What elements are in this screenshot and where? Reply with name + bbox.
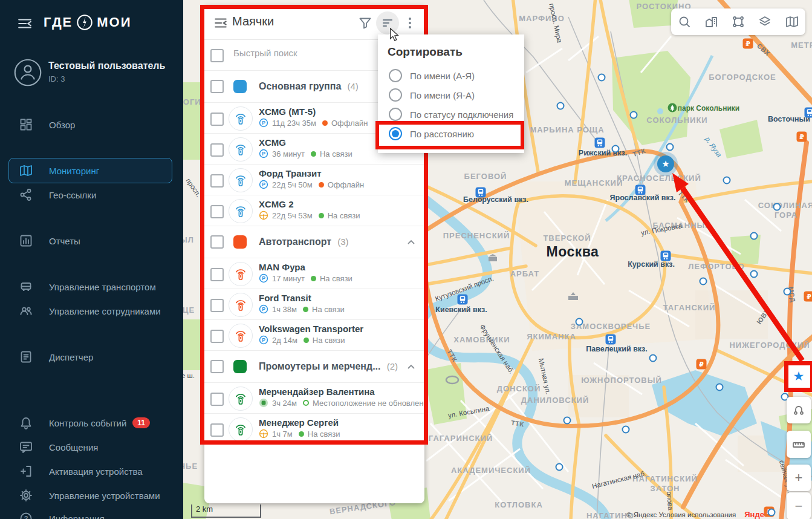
beacon-meta: P1ч 38мНа связи <box>259 304 345 314</box>
sort-option[interactable]: По статусу подключения <box>378 105 524 124</box>
beacon-checkbox[interactable] <box>210 113 224 126</box>
beacon-icon <box>229 324 253 348</box>
search-icon[interactable] <box>675 13 693 31</box>
sidebar-item-gear[interactable]: Управление устройствами <box>8 483 172 508</box>
beacon-duration: 3ч 24м <box>272 399 297 408</box>
beacon-row[interactable]: Мерчендайзер Валентина3ч 24мМестоположен… <box>204 383 424 414</box>
beacon-row[interactable]: XCMG 222д 5ч 53мНа связи <box>204 195 424 226</box>
beacon-icon <box>229 106 253 131</box>
group-checkbox[interactable] <box>210 235 224 249</box>
group-checkbox[interactable] <box>210 360 224 373</box>
group-count: (2) <box>384 361 398 371</box>
beacon-status: Оффлайн <box>331 119 368 128</box>
chevron-up-icon[interactable] <box>408 364 415 369</box>
sidebar-item-reports[interactable]: Отчеты <box>8 228 172 253</box>
beacon-checkbox[interactable] <box>210 268 224 281</box>
zoom-out-button[interactable]: − <box>787 492 811 519</box>
status-dot <box>319 213 324 218</box>
beacon-row[interactable]: Ford TransitP1ч 38мНа связи <box>204 289 424 320</box>
copyright-text[interactable]: © Яндекс Условия использования <box>626 511 736 518</box>
sidebar-collapse-icon[interactable] <box>17 16 33 31</box>
svg-text:P: P <box>262 306 265 312</box>
parking-icon: P <box>259 335 268 345</box>
beacon-meta: 3ч 24мМестоположение не обновлено <box>259 398 428 408</box>
polygon-icon[interactable] <box>729 13 747 31</box>
sort-dropdown: Сортировать По имени (А-Я)По имени (Я-А)… <box>378 34 524 153</box>
sidebar-item-label: Мониторинг <box>49 166 99 176</box>
beacon-checkbox[interactable] <box>210 393 224 406</box>
beacon-checkbox[interactable] <box>210 423 224 437</box>
sidebar-item-map[interactable]: Мониторинг <box>8 158 172 183</box>
chevron-up-icon[interactable] <box>408 240 415 244</box>
vehicle-icon <box>19 279 33 294</box>
panel-collapse-icon[interactable] <box>213 15 229 31</box>
sidebar: ГДЕ МОИ Тестовый пользователь ID: 3 Обзо… <box>0 0 183 519</box>
svg-text:?: ? <box>24 515 28 519</box>
ruler-button[interactable] <box>787 431 811 458</box>
map-layers-icon[interactable] <box>783 13 801 31</box>
sidebar-item-messages[interactable]: Сообщения <box>8 434 172 460</box>
sidebar-item-label: Гео-ссылки <box>49 190 96 200</box>
filter-icon[interactable] <box>358 16 372 30</box>
sort-option[interactable]: По расстоянию <box>378 124 524 143</box>
svg-text:P: P <box>262 151 265 157</box>
app: РОСТОКИНОМАРФИНОМЕТРОГБОГОРОДСКОЕСОКОЛЬН… <box>0 0 812 519</box>
stationary-icon <box>259 398 268 408</box>
dashboard-icon <box>19 117 33 132</box>
sort-option[interactable]: По имени (А-Я) <box>378 66 524 85</box>
radio-unchecked-icon[interactable] <box>389 88 402 102</box>
group-row[interactable]: Промоутеры и мерченд... (2) <box>204 351 424 383</box>
sidebar-item-dashboard[interactable]: Обзор <box>8 112 172 137</box>
map-scale-bar: 2 km <box>191 504 261 518</box>
beacon-status: На связи <box>328 211 360 220</box>
beacon-icon <box>229 417 253 442</box>
beacon-row[interactable]: MAN ФураP17 минутНа связи <box>204 258 424 289</box>
beacon-row[interactable]: Менеджер Сергей1ч 7мНа связи <box>204 414 424 445</box>
beacon-checkbox[interactable] <box>210 143 224 157</box>
quick-search-input[interactable] <box>232 47 386 59</box>
sidebar-item-label: Отчеты <box>49 236 80 246</box>
sidebar-item-dispatcher[interactable]: Диспетчер <box>8 344 172 370</box>
beacon-duration: 36 минут <box>272 149 305 158</box>
beacon-icon <box>229 199 253 223</box>
sidebar-item-bell[interactable]: Контроль событий11 <box>8 410 172 436</box>
beacon-checkbox[interactable] <box>210 299 224 312</box>
beacon-icon <box>229 262 253 286</box>
beacon-meta: P22д 5ч 50мОффлайн <box>259 180 364 189</box>
beacon-checkbox[interactable] <box>210 205 224 218</box>
group-row[interactable]: Автотранспорт (3) <box>204 226 424 258</box>
kebab-menu-icon[interactable] <box>404 16 415 30</box>
route-button[interactable] <box>787 397 811 423</box>
buildings-icon[interactable] <box>703 13 721 31</box>
beacon-status: На связи <box>320 274 352 283</box>
radio-unchecked-icon[interactable] <box>389 108 402 121</box>
sidebar-item-vehicle[interactable]: Управление транспортом <box>8 274 172 299</box>
zoom-in-button[interactable]: + <box>787 465 811 491</box>
sort-button[interactable] <box>376 11 399 34</box>
select-all-checkbox[interactable] <box>210 49 224 62</box>
radio-checked-icon[interactable] <box>389 127 402 140</box>
beacon-name: Форд Транзит <box>259 168 322 178</box>
layers-icon[interactable] <box>756 13 774 31</box>
yandex-logo-partial: Янде <box>744 510 764 519</box>
radio-unchecked-icon[interactable] <box>389 69 402 82</box>
beacon-row[interactable]: Форд ТранзитP22д 5ч 50мОффлайн <box>204 165 424 195</box>
svg-text:P: P <box>262 275 265 281</box>
beacon-status: На связи <box>320 149 352 158</box>
beacon-checkbox[interactable] <box>210 330 224 343</box>
group-checkbox[interactable] <box>210 80 224 93</box>
beacon-row[interactable]: Volkswagen TransporterP2д 14мНа связи <box>204 320 424 351</box>
group-name: Основная группа (4) <box>259 81 359 92</box>
logo-left: ГДЕ <box>44 15 73 30</box>
svg-text:P: P <box>262 181 265 188</box>
sidebar-item-share[interactable]: Гео-ссылки <box>8 182 172 207</box>
beacon-status: На связи <box>312 305 345 314</box>
sidebar-item-info[interactable]: ?Информация <box>8 506 172 519</box>
favorites-star-button[interactable]: ★ <box>787 364 811 389</box>
sidebar-item-activate[interactable]: Активация устройства <box>8 459 172 484</box>
sidebar-item-staff[interactable]: Управление сотрудниками <box>8 298 172 324</box>
share-icon <box>19 188 33 202</box>
sort-option[interactable]: По имени (Я-А) <box>378 85 524 105</box>
beacon-checkbox[interactable] <box>210 174 224 188</box>
beacon-duration: 1ч 38м <box>272 305 297 314</box>
